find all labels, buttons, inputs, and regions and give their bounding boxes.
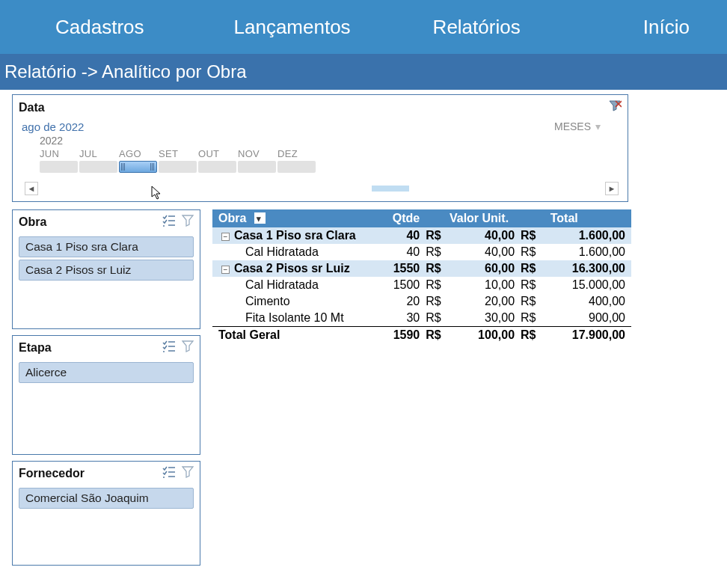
fornecedor-slicer: Fornecedor Comercial São Joaquim <box>12 461 200 566</box>
cell: R$ <box>426 310 450 327</box>
cell: 30,00 <box>450 310 521 327</box>
timeline-segment[interactable] <box>277 161 316 173</box>
obra-item[interactable]: Casa 2 Pisos sr Luiz <box>19 260 194 281</box>
cell: 100,00 <box>450 327 521 344</box>
timeline-segment[interactable] <box>40 161 78 173</box>
col-obra[interactable]: Obra <box>212 209 370 227</box>
etapa-slicer: Etapa Alicerce <box>12 335 200 455</box>
nav-inicio[interactable]: Início <box>628 16 705 39</box>
group-name: Casa 1 Piso sra Clara <box>234 229 356 242</box>
timeline-segment[interactable] <box>198 161 236 173</box>
cell: R$ <box>521 293 545 310</box>
table-header-row: Obra Qtde Valor Unit. Total <box>212 209 631 227</box>
col-qtde[interactable]: Qtde <box>370 209 426 227</box>
cell: 1590 <box>370 327 426 344</box>
cell: R$ <box>426 244 450 260</box>
cell: R$ <box>521 277 545 293</box>
timeline-segment[interactable] <box>238 161 276 173</box>
timeline-selected-label: ago de 2022 <box>22 120 84 133</box>
timeline-scrollbar[interactable] <box>43 182 601 195</box>
table-row[interactable]: Cimento 20 R$ 20,00 R$ 400,00 <box>212 293 631 310</box>
timeline-title: Data <box>19 101 45 114</box>
table-row[interactable]: Cal Hidratada 1500 R$ 10,00 R$ 15.000,00 <box>212 277 631 293</box>
cell: 15.000,00 <box>545 277 631 293</box>
clear-filter-icon[interactable] <box>182 215 194 230</box>
table-row[interactable]: Cal Hidratada 40 R$ 40,00 R$ 1.600,00 <box>212 244 631 260</box>
page-title: Relatório -> Analítico por Obra <box>0 54 727 90</box>
nav-cadastros[interactable]: Cadastros <box>40 16 159 39</box>
cell: 40 <box>370 227 426 244</box>
filter-dropdown-icon[interactable] <box>254 212 266 224</box>
cell: R$ <box>426 277 450 293</box>
timeline-slicer: Data ago de 2022 MESES ▾ 2022 JUN JUL AG… <box>12 94 628 202</box>
cell: 900,00 <box>545 310 631 327</box>
timeline-year: 2022 <box>40 135 622 147</box>
timeline-month[interactable]: JUN <box>40 148 79 159</box>
cell: 1.600,00 <box>545 227 631 244</box>
cell: 1.600,00 <box>545 244 631 260</box>
timeline-month[interactable]: OUT <box>198 148 238 159</box>
nav-lancamentos[interactable]: Lançamentos <box>219 16 366 39</box>
group-row[interactable]: −Casa 2 Pisos sr Luiz 1550 R$ 60,00 R$ 1… <box>212 260 631 277</box>
cell: 17.900,00 <box>545 327 631 344</box>
cell: 20,00 <box>450 293 521 310</box>
timeline-month[interactable]: NOV <box>238 148 277 159</box>
obra-slicer-title: Obra <box>19 215 46 229</box>
timeline-scroll-right[interactable]: ► <box>605 182 619 195</box>
table-row[interactable]: Fita Isolante 10 Mt 30 R$ 30,00 R$ 900,0… <box>212 310 631 327</box>
multi-select-icon[interactable] <box>162 466 176 481</box>
col-valor-unit[interactable]: Valor Unit. <box>450 209 521 227</box>
cell: R$ <box>426 227 450 244</box>
clear-filter-icon[interactable] <box>182 466 194 481</box>
obra-item[interactable]: Casa 1 Piso sra Clara <box>19 236 194 257</box>
cell: R$ <box>521 310 545 327</box>
cell: 60,00 <box>450 260 521 277</box>
chevron-down-icon: ▾ <box>595 120 601 132</box>
timeline-month[interactable]: JUL <box>79 148 119 159</box>
pivot-grid: Obra Qtde Valor Unit. Total −Casa 1 Piso… <box>212 209 715 566</box>
timeline-period-label: MESES <box>554 120 591 132</box>
cell: R$ <box>521 244 545 260</box>
cell: R$ <box>426 327 450 344</box>
cell: Fita Isolante 10 Mt <box>212 310 370 327</box>
timeline-segment[interactable] <box>79 161 117 173</box>
cell: Cal Hidratada <box>212 244 370 260</box>
cell: 1550 <box>370 260 426 277</box>
cell: 20 <box>370 293 426 310</box>
cell: R$ <box>521 327 545 344</box>
col-total[interactable]: Total <box>545 209 631 227</box>
clear-timeline-filter-icon[interactable] <box>608 99 622 116</box>
col-obra-label: Obra <box>218 212 246 224</box>
timeline-period-dropdown[interactable]: MESES ▾ <box>554 120 601 132</box>
timeline-month[interactable]: AGO <box>119 148 159 159</box>
cell: 40,00 <box>450 227 521 244</box>
group-row[interactable]: −Casa 1 Piso sra Clara 40 R$ 40,00 R$ 1.… <box>212 227 631 244</box>
fornecedor-item[interactable]: Comercial São Joaquim <box>19 488 194 509</box>
multi-select-icon[interactable] <box>162 215 176 230</box>
collapse-icon[interactable]: − <box>221 266 230 274</box>
collapse-icon[interactable]: − <box>221 233 230 241</box>
cell: R$ <box>521 227 545 244</box>
cell: 40 <box>370 244 426 260</box>
nav-relatorios[interactable]: Relatórios <box>418 16 536 39</box>
etapa-item[interactable]: Alicerce <box>19 362 194 383</box>
timeline-month[interactable]: SET <box>159 148 198 159</box>
cell: 10,00 <box>450 277 521 293</box>
timeline-month-labels: JUN JUL AGO SET OUT NOV DEZ <box>40 148 622 159</box>
timeline-month[interactable]: DEZ <box>277 148 317 159</box>
timeline-scroll-left[interactable]: ◄ <box>25 182 38 195</box>
obra-slicer: Obra Casa 1 Piso sra Clara Casa 2 Pisos … <box>12 209 200 329</box>
cell: R$ <box>521 260 545 277</box>
cell: Cal Hidratada <box>212 277 370 293</box>
timeline-segment-selected[interactable] <box>119 161 157 173</box>
cell: 1500 <box>370 277 426 293</box>
timeline-bar[interactable] <box>40 161 622 173</box>
timeline-segment[interactable] <box>159 161 197 173</box>
clear-filter-icon[interactable] <box>182 340 194 355</box>
cell: 400,00 <box>545 293 631 310</box>
cell: Cimento <box>212 293 370 310</box>
cell: R$ <box>426 293 450 310</box>
fornecedor-slicer-title: Fornecedor <box>19 467 85 480</box>
multi-select-icon[interactable] <box>162 340 176 355</box>
cell: R$ <box>426 260 450 277</box>
